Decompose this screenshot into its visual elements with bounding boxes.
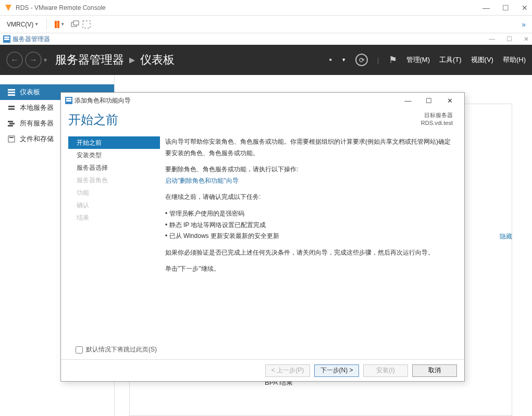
launch-remove-roles-link[interactable]: 启动"删除角色和功能"向导 xyxy=(165,177,239,184)
step-server-selection[interactable]: 服务器选择 xyxy=(68,161,160,174)
menu-view[interactable]: 视图(V) xyxy=(471,55,493,65)
wizard-head: 开始之前 目标服务器 RDS.vdi.test xyxy=(61,108,464,128)
step-confirm: 确认 xyxy=(68,199,160,211)
svg-rect-12 xyxy=(9,137,14,138)
wizard-title: 添加角色和功能向导 xyxy=(75,96,398,105)
prev-button: < 上一步(P) xyxy=(265,364,310,377)
nav-fwd-wrap: → ▼ xyxy=(25,52,48,68)
sidebar-item-label: 仪表板 xyxy=(20,87,40,97)
vmware-window-buttons: — ☐ ✕ xyxy=(482,4,528,12)
pause-button[interactable]: ▼ xyxy=(51,19,68,30)
step-installation-type[interactable]: 安装类型 xyxy=(68,149,160,161)
refresh-button[interactable]: ⟳ xyxy=(355,54,368,66)
menu-manage[interactable]: 管理(M) xyxy=(406,55,430,65)
menu-help[interactable]: 帮助(H) xyxy=(503,55,526,65)
wizard-checklist: 管理员帐户使用的是强密码 静态 IP 地址等网络设置已配置完成 已从 Windo… xyxy=(165,208,455,242)
caret-down-icon[interactable]: ▼ xyxy=(341,57,346,62)
wizard-maximize-button[interactable]: ☐ xyxy=(418,97,439,105)
toolbar-separator xyxy=(46,19,47,30)
wizard-skip: 默认情况下将跳过此页(S) xyxy=(61,343,464,359)
svg-rect-11 xyxy=(8,136,15,142)
servers-icon xyxy=(7,119,16,128)
nav-back-button[interactable]: ← xyxy=(6,52,23,68)
vmware-maximize-button[interactable]: ☐ xyxy=(502,4,509,12)
fullscreen-icon[interactable] xyxy=(82,20,91,29)
pause-icon xyxy=(55,21,59,28)
chevron-right-icon: ▸ xyxy=(129,53,135,67)
svg-rect-2 xyxy=(83,21,90,28)
step-before-you-begin[interactable]: 开始之前 xyxy=(68,136,160,149)
storage-icon xyxy=(7,135,16,143)
cancel-button[interactable]: 取消 xyxy=(412,364,457,377)
wizard-titlebar[interactable]: 添加角色和功能向导 — ☐ ✕ xyxy=(61,93,464,108)
server-manager-titlebar: 服务器管理器 — ☐ ✕ xyxy=(0,33,532,45)
server-manager-icon xyxy=(3,35,10,43)
sm-maximize-button[interactable]: ☐ xyxy=(506,35,512,43)
checklist-item: 静态 IP 地址等网络设置已配置完成 xyxy=(165,220,455,231)
svg-rect-4 xyxy=(4,36,9,38)
add-roles-wizard: 添加角色和功能向导 — ☐ ✕ 开始之前 目标服务器 RDS.vdi.test … xyxy=(60,92,465,382)
wizard-target: 目标服务器 RDS.vdi.test xyxy=(421,111,453,128)
wizard-minimize-button[interactable]: — xyxy=(398,97,418,105)
vmware-close-button[interactable]: ✕ xyxy=(522,4,528,12)
skip-page-text: 默认情况下将跳过此页(S) xyxy=(86,345,157,354)
wizard-main: 开始之前 安装类型 服务器选择 服务器角色 功能 确认 结果 该向导可帮助你安装… xyxy=(61,136,464,343)
sidebar-item-label: 文件和存储 xyxy=(20,134,54,144)
dashboard-icon xyxy=(7,88,16,96)
svg-rect-9 xyxy=(9,123,15,124)
sidebar-item-label: 所有服务器 xyxy=(20,119,54,128)
wizard-p2a: 要删除角色、角色服务或功能，请执行以下操作: xyxy=(165,166,298,173)
vmware-titlebar: RDS - VMware Remote Console — ☐ ✕ xyxy=(0,0,532,16)
caret-down-icon[interactable]: ▼ xyxy=(43,57,48,63)
svg-rect-15 xyxy=(66,100,71,102)
wizard-body: 开始之前 目标服务器 RDS.vdi.test 开始之前 安装类型 服务器选择 … xyxy=(61,108,464,381)
send-cad-icon[interactable] xyxy=(70,20,80,29)
nav-forward-button[interactable]: → xyxy=(25,52,42,68)
notifications-flag-icon[interactable]: ⚑ xyxy=(389,54,397,66)
next-button[interactable]: 下一步(N) > xyxy=(314,364,359,377)
wizard-target-label: 目标服务器 xyxy=(421,111,453,119)
svg-rect-14 xyxy=(66,98,71,99)
wizard-target-value: RDS.vdi.test xyxy=(421,119,453,127)
breadcrumb: 服务器管理器 ▸ 仪表板 xyxy=(55,52,175,68)
breadcrumb-leaf[interactable]: 仪表板 xyxy=(140,52,175,68)
skip-page-checkbox[interactable] xyxy=(76,346,83,354)
wizard-p4: 如果你必须验证是否已完成上述任何先决条件，请关闭向导，完成这些步骤，然后再次运行… xyxy=(165,247,455,259)
install-button: 安装(I) xyxy=(363,364,408,377)
wizard-heading: 开始之前 xyxy=(68,111,118,128)
svg-rect-7 xyxy=(8,108,15,110)
caret-down-icon: ▼ xyxy=(34,22,39,27)
wizard-content: 该向导可帮助你安装角色、角色服务或功能。你需要根据组织的计算要求(例如共享文档或… xyxy=(160,136,464,343)
wizard-buttons: < 上一步(P) 下一步(N) > 安装(I) 取消 xyxy=(61,359,464,381)
breadcrumb-root[interactable]: 服务器管理器 xyxy=(55,52,124,68)
checklist-item: 管理员帐户使用的是强密码 xyxy=(165,208,455,220)
wizard-p2: 要删除角色、角色服务或功能，请执行以下操作: 启动"删除角色和功能"向导 xyxy=(165,164,455,186)
svg-rect-1 xyxy=(73,21,79,25)
server-manager-title: 服务器管理器 xyxy=(13,35,489,44)
vmrc-menu[interactable]: VMRC(V) ▼ xyxy=(3,19,42,30)
hide-button[interactable]: 隐藏 xyxy=(500,232,512,241)
vmware-toolbar: VMRC(V) ▼ ▼ » xyxy=(0,16,532,33)
svg-rect-10 xyxy=(8,125,13,127)
vmware-minimize-button[interactable]: — xyxy=(482,4,490,12)
header-right: • ▼ ⟳ | ⚑ 管理(M) 工具(T) 视图(V) 帮助(H) xyxy=(329,54,526,66)
wizard-icon xyxy=(65,97,72,104)
menu-tools[interactable]: 工具(T) xyxy=(439,55,462,65)
vmware-title: RDS - VMware Remote Console xyxy=(16,4,482,11)
sm-close-button[interactable]: ✕ xyxy=(524,35,529,43)
wizard-p5: 单击"下一步"继续。 xyxy=(165,263,455,275)
svg-rect-5 xyxy=(4,39,9,40)
collapse-toolbar-icon[interactable]: » xyxy=(522,20,529,29)
sm-minimize-button[interactable]: — xyxy=(489,35,495,43)
wizard-steps: 开始之前 安装类型 服务器选择 服务器角色 功能 确认 结果 xyxy=(61,136,160,343)
step-features: 功能 xyxy=(68,186,160,199)
svg-rect-6 xyxy=(8,106,15,107)
wizard-close-button[interactable]: ✕ xyxy=(439,97,460,105)
wizard-p3: 在继续之前，请确认完成以下任务: xyxy=(165,192,455,203)
server-manager-header: ← → ▼ 服务器管理器 ▸ 仪表板 • ▼ ⟳ | ⚑ 管理(M) 工具(T)… xyxy=(0,45,532,75)
step-server-roles: 服务器角色 xyxy=(68,174,160,186)
step-results: 结果 xyxy=(68,211,160,224)
skip-page-label[interactable]: 默认情况下将跳过此页(S) xyxy=(76,345,464,354)
wizard-p1: 该向导可帮助你安装角色、角色服务或功能。你需要根据组织的计算要求(例如共享文档或… xyxy=(165,136,455,159)
pipe-separator: | xyxy=(377,56,379,64)
